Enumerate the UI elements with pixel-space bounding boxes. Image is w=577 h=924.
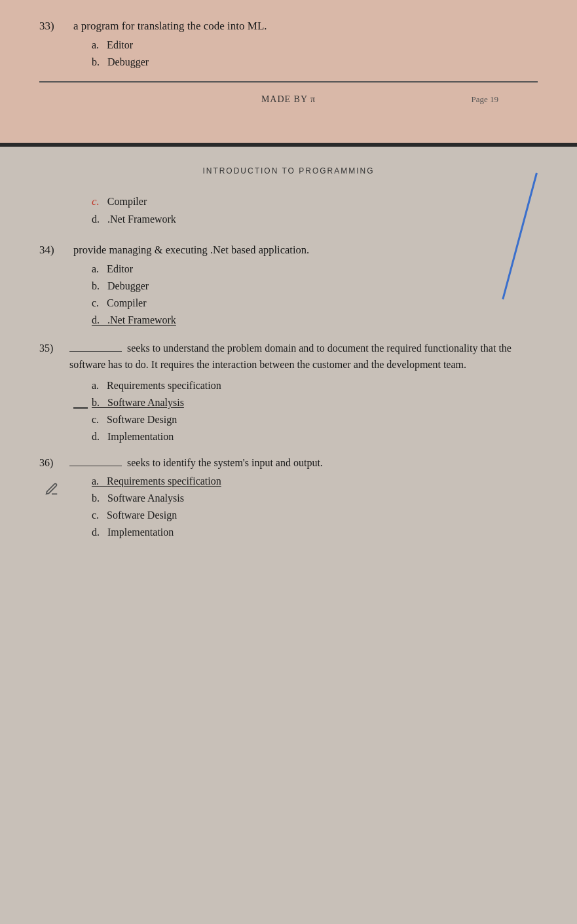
q36-b-text: Software Analysis: [107, 492, 184, 504]
q35-body-text: seeks to understand the problem domain a…: [69, 342, 512, 370]
q35-number: 35): [39, 341, 63, 373]
q33-c-prefix: c.: [92, 195, 100, 208]
q36-a-label: a.: [92, 475, 99, 487]
q36-option-c: c. Software Design: [92, 509, 538, 521]
question-36: 36) seeks to identify the system's input…: [39, 457, 538, 538]
page-number: Page 19: [471, 94, 498, 105]
q34-d-text: .Net Framework: [107, 314, 176, 325]
q33-text: a program for translating the code into …: [73, 20, 267, 33]
q33-option-a: a. Editor: [92, 39, 538, 51]
q34-option-d: d. .Net Framework: [92, 314, 538, 326]
q36-option-b: b. Software Analysis: [92, 492, 538, 504]
q33-a-label: a.: [92, 39, 99, 50]
q34-c-label: c.: [92, 297, 99, 308]
question-35: 35) seeks to understand the problem doma…: [39, 341, 538, 443]
q33-d-label: d.: [92, 213, 100, 225]
q35-blank: [69, 351, 122, 352]
q36-number: 36): [39, 457, 63, 469]
page-footer: MADE BY π Page 19: [39, 81, 538, 117]
q36-option-d: d. Implementation: [92, 527, 538, 538]
q34-option-a: a. Editor: [92, 263, 538, 275]
q35-a-label: a.: [92, 380, 99, 391]
q35-option-d: d. Implementation: [92, 431, 538, 443]
q33-b-text: Debugger: [107, 56, 149, 67]
q36-d-label: d.: [92, 527, 100, 538]
q34-b-label: b.: [92, 280, 100, 291]
question-33: 33) a program for translating the code i…: [39, 20, 538, 68]
q35-b-label: b.: [92, 397, 100, 408]
q35-option-a: a. Requirements specification: [92, 380, 538, 392]
q33-a-text: Editor: [107, 39, 133, 50]
q35-d-label: d.: [92, 431, 100, 442]
q35-a-text: Requirements specification: [107, 380, 221, 391]
q35-c-text: Software Design: [107, 414, 177, 425]
q36-b-label: b.: [92, 492, 100, 504]
q35-text: seeks to understand the problem domain a…: [69, 341, 538, 373]
question-34: 34) provide managing & executing .Net ba…: [39, 244, 538, 326]
q36-c-text: Software Design: [107, 509, 177, 521]
q36-option-a: a. Requirements specification: [92, 475, 538, 487]
q35-option-b: b. Software Analysis: [92, 397, 538, 409]
q36-text: seeks to identify the system's input and…: [69, 457, 323, 469]
q34-number: 34): [39, 244, 63, 257]
q36-a-text: Requirements specification: [107, 475, 221, 487]
q35-c-label: c.: [92, 414, 99, 425]
q36-c-label: c.: [92, 509, 99, 521]
q33-number: 33): [39, 20, 63, 33]
q36-d-text: Implementation: [107, 527, 174, 538]
q33-option-c: c. Compiler: [92, 195, 538, 208]
q33-c-text: Compiler: [107, 196, 147, 207]
q34-option-b: b. Debugger: [92, 280, 538, 292]
q35-b-text: Software Analysis: [107, 397, 184, 408]
q34-a-text: Editor: [107, 263, 133, 274]
q34-text: provide managing & executing .Net based …: [73, 244, 309, 257]
q34-d-label: d.: [92, 314, 100, 325]
q35-option-c: c. Software Design: [92, 414, 538, 426]
top-section: 33) a program for translating the code i…: [0, 0, 577, 143]
q34-c-text: Compiler: [107, 297, 146, 308]
q33-option-d: d. .Net Framework: [92, 213, 538, 225]
pencil-icon: [45, 482, 59, 499]
page-header: INTRODUCTION TO PROGRAMMING: [39, 166, 538, 176]
bottom-section: INTRODUCTION TO PROGRAMMING c. Compiler …: [0, 147, 577, 924]
q34-a-label: a.: [92, 263, 99, 274]
made-by-label: MADE BY π: [261, 94, 316, 105]
q33-option-b: b. Debugger: [92, 56, 538, 68]
q33-d-text: .Net Framework: [107, 213, 176, 225]
q34-option-c: c. Compiler: [92, 297, 538, 309]
q36-blank: [69, 466, 122, 466]
q34-b-text: Debugger: [107, 280, 149, 291]
q33-b-label: b.: [92, 56, 100, 67]
q35-d-text: Implementation: [107, 431, 174, 442]
